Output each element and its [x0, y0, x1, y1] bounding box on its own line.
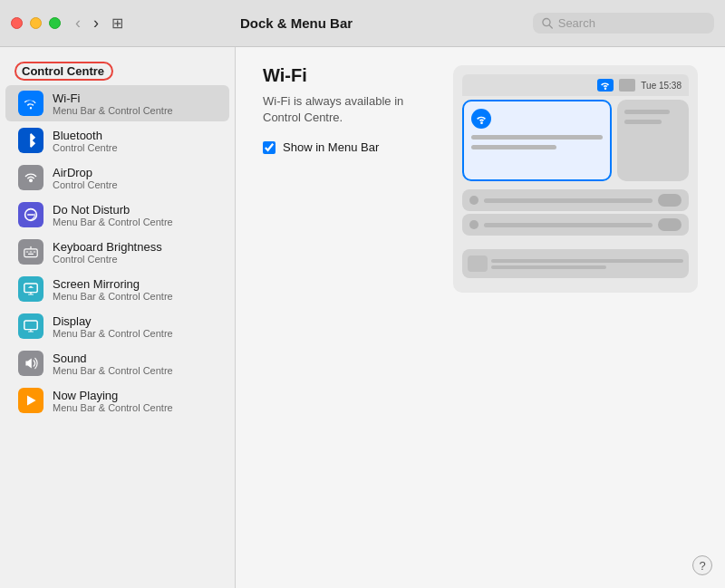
- bottom-box-1: [468, 255, 488, 272]
- sidebar-item-keyboardbrightness[interactable]: Keyboard Brightness Control Centre: [5, 234, 229, 270]
- show-in-menu-bar-label: Show in Menu Bar: [283, 140, 379, 154]
- svg-point-3: [29, 178, 33, 182]
- cc-rows: [462, 187, 689, 238]
- wifi-menubar-icon: [597, 79, 614, 92]
- sidebar-item-bluetooth[interactable]: Bluetooth Control Centre: [5, 122, 229, 159]
- traffic-lights: [11, 17, 61, 29]
- sound-text: Sound Menu Bar & Control Centre: [53, 352, 173, 376]
- cc-bottom: [462, 244, 689, 278]
- keyboardbrightness-icon: [18, 239, 44, 265]
- airdrop-text: AirDrop Control Centre: [53, 166, 118, 190]
- cc-wifi-icon: [471, 109, 491, 129]
- donotdisturb-icon: [18, 202, 44, 227]
- window-title: Dock & Menu Bar: [60, 15, 533, 31]
- cc-row-dot-2: [469, 220, 478, 229]
- cc-wifi-tile: [462, 100, 612, 181]
- bottom-row: [462, 249, 689, 278]
- main: Control Centre Wi-Fi Menu Bar & Control …: [0, 47, 725, 588]
- cc-row-line-1: [484, 198, 652, 203]
- keyboardbrightness-name: Keyboard Brightness: [53, 240, 162, 254]
- bt-line-2: [491, 265, 606, 269]
- mock-time: Tue 15:38: [641, 81, 682, 91]
- search-input[interactable]: [558, 16, 705, 30]
- cc-row-1: [462, 189, 689, 211]
- bluetooth-name: Bluetooth: [53, 129, 118, 142]
- cc-small-tile-1: [617, 100, 689, 181]
- user-menubar-icon: [619, 79, 635, 92]
- airdrop-icon: [18, 165, 44, 190]
- search-box[interactable]: [533, 13, 714, 34]
- content-description: Wi-Fi is always available in Control Cen…: [263, 93, 426, 126]
- screenmirroring-sub: Menu Bar & Control Centre: [53, 291, 173, 302]
- bt-line-1: [491, 259, 683, 263]
- sound-icon: [18, 351, 44, 376]
- help-button[interactable]: ?: [692, 555, 712, 575]
- display-text: Display Menu Bar & Control Centre: [53, 314, 173, 339]
- sidebar-item-donotdisturb[interactable]: Do Not Disturb Menu Bar & Control Centre: [5, 197, 229, 233]
- wifi-text: Wi-Fi Menu Bar & Control Centre: [53, 92, 173, 116]
- svg-line-1: [549, 25, 552, 28]
- close-button[interactable]: [11, 17, 23, 29]
- show-in-menu-bar-checkbox[interactable]: [263, 141, 276, 154]
- minimize-button[interactable]: [30, 17, 42, 29]
- cc-grid: [462, 100, 689, 284]
- screenmirroring-name: Screen Mirroring: [53, 277, 173, 291]
- content-area: Wi-Fi Wi-Fi is always available in Contr…: [236, 47, 725, 588]
- donotdisturb-text: Do Not Disturb Menu Bar & Control Centre: [53, 203, 173, 227]
- bottom-tile-1: [462, 249, 689, 278]
- cc-row-line-2: [484, 223, 652, 227]
- show-in-menu-bar-row: Show in Menu Bar: [263, 140, 426, 154]
- bluetooth-text: Bluetooth Control Centre: [53, 129, 118, 153]
- donotdisturb-sub: Menu Bar & Control Centre: [53, 217, 173, 227]
- cc-row-2: [462, 214, 689, 236]
- sound-name: Sound: [53, 352, 173, 365]
- screenmirroring-icon: [18, 276, 44, 302]
- sidebar-item-sound[interactable]: Sound Menu Bar & Control Centre: [5, 345, 229, 381]
- sidebar-item-wifi[interactable]: Wi-Fi Menu Bar & Control Centre: [5, 85, 229, 121]
- control-centre-label: Control Centre: [14, 62, 113, 81]
- bluetooth-icon: [18, 128, 44, 153]
- cc-small-line-1: [624, 110, 671, 114]
- sidebar-item-screenmirroring[interactable]: Screen Mirroring Menu Bar & Control Cent…: [5, 271, 229, 307]
- display-name: Display: [53, 314, 173, 328]
- display-sub: Menu Bar & Control Centre: [53, 328, 173, 339]
- keyboardbrightness-sub: Control Centre: [53, 254, 162, 265]
- screenmirroring-text: Screen Mirroring Menu Bar & Control Cent…: [53, 277, 173, 302]
- preview-background: Tue 15:38: [453, 65, 698, 293]
- cc-line-2: [471, 145, 556, 149]
- content-left: Wi-Fi Wi-Fi is always available in Contr…: [263, 65, 426, 570]
- sidebar-item-nowplaying[interactable]: Now Playing Menu Bar & Control Centre: [5, 382, 229, 419]
- display-icon: [18, 313, 44, 339]
- donotdisturb-name: Do Not Disturb: [53, 203, 173, 217]
- svg-rect-11: [24, 321, 37, 330]
- search-icon: [542, 17, 553, 29]
- sidebar-item-display[interactable]: Display Menu Bar & Control Centre: [5, 308, 229, 344]
- cc-row-toggle-2: [658, 218, 682, 231]
- preview-pane: Tue 15:38: [453, 65, 698, 570]
- wifi-sub: Menu Bar & Control Centre: [53, 105, 173, 116]
- airdrop-sub: Control Centre: [53, 179, 118, 190]
- titlebar: ‹ › ⊞ Dock & Menu Bar: [0, 0, 725, 47]
- nowplaying-sub: Menu Bar & Control Centre: [53, 402, 173, 413]
- wifi-icon: [18, 91, 44, 116]
- cc-row-toggle-1: [658, 194, 682, 207]
- content-title: Wi-Fi: [263, 65, 426, 86]
- cc-line-1: [471, 135, 603, 140]
- airdrop-name: AirDrop: [53, 166, 118, 179]
- cc-small-line-2: [624, 120, 662, 124]
- sidebar: Control Centre Wi-Fi Menu Bar & Control …: [0, 47, 236, 588]
- bluetooth-sub: Control Centre: [53, 142, 118, 153]
- bottom-lines-1: [491, 259, 683, 269]
- keyboardbrightness-text: Keyboard Brightness Control Centre: [53, 240, 162, 265]
- nowplaying-text: Now Playing Menu Bar & Control Centre: [53, 389, 173, 413]
- svg-rect-4: [24, 249, 37, 257]
- nowplaying-name: Now Playing: [53, 389, 173, 402]
- sidebar-item-airdrop[interactable]: AirDrop Control Centre: [5, 159, 229, 196]
- sound-sub: Menu Bar & Control Centre: [53, 365, 173, 376]
- cc-row-dot-1: [469, 196, 478, 205]
- section-header: Control Centre: [0, 54, 235, 84]
- mock-menubar: Tue 15:38: [462, 74, 689, 96]
- nowplaying-icon: [18, 388, 44, 413]
- wifi-name: Wi-Fi: [53, 92, 173, 105]
- svg-marker-12: [27, 395, 36, 405]
